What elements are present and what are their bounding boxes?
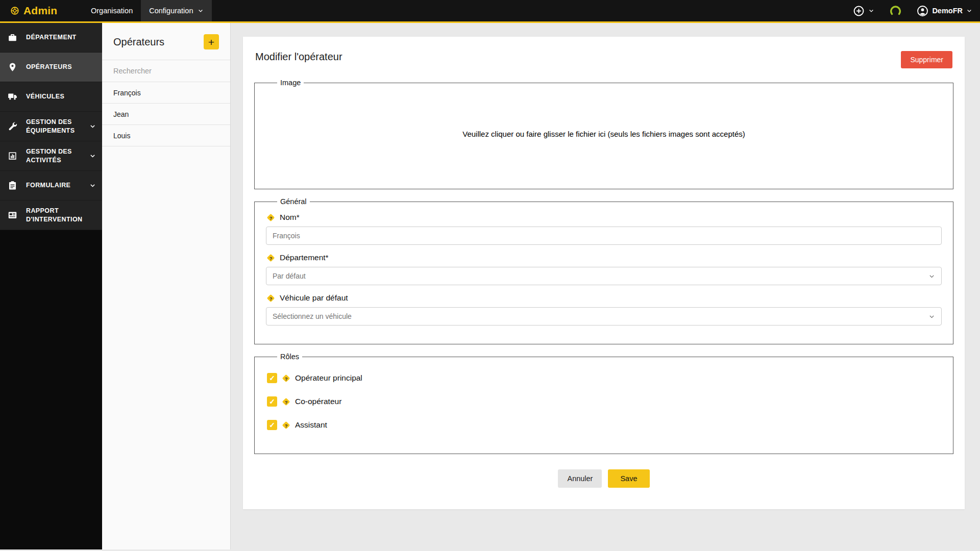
user-circle-icon <box>917 5 928 17</box>
search-input[interactable] <box>113 67 219 75</box>
card-header: Modifier l'opérateur Supprimer <box>254 51 953 68</box>
delete-button[interactable]: Supprimer <box>901 51 952 68</box>
bar-chart-icon <box>8 151 20 161</box>
sidebar-item-label: Rapport d'intervention <box>26 207 83 224</box>
operator-list: François Jean Louis <box>102 82 230 146</box>
chevron-down-icon <box>928 313 935 320</box>
plus-circle-icon <box>853 5 865 17</box>
field-vehicule: Véhicule par défaut Sélectionnez un véhi… <box>266 293 942 325</box>
ship-wheel-icon <box>10 6 19 15</box>
help-icon[interactable] <box>267 294 275 302</box>
chevron-down-icon <box>928 273 935 280</box>
clipboard-icon <box>8 181 20 190</box>
field-label-vehicule: Véhicule par défaut <box>280 293 348 303</box>
general-section: Général Nom* Département* Par défaut <box>254 197 953 344</box>
user-menu[interactable]: DemoFR <box>909 0 980 21</box>
role-label: Assistant <box>295 420 327 430</box>
save-button[interactable]: Save <box>608 469 649 488</box>
dropzone-text: Veuillez cliquer ou faire glisser le fic… <box>462 130 745 138</box>
menu-organisation[interactable]: Organisation <box>83 0 141 21</box>
select-value: Sélectionnez un véhicule <box>273 312 352 320</box>
departement-select[interactable]: Par défaut <box>266 267 942 285</box>
chevron-down-icon <box>966 8 972 14</box>
sidebar-item-label: Gestion des activités <box>26 147 83 165</box>
map-pin-icon <box>8 62 20 72</box>
topbar: Admin Organisation Configuration DemoFR <box>0 0 980 23</box>
help-icon[interactable] <box>282 421 290 429</box>
role-checkbox[interactable] <box>267 420 277 430</box>
topbar-right: DemoFR <box>845 0 980 21</box>
role-label: Co-opérateur <box>295 397 341 406</box>
panel-header: Opérateurs + <box>102 23 230 60</box>
sidebar-item-vehicules[interactable]: Véhicules <box>0 82 102 112</box>
search-bar <box>102 60 230 82</box>
general-section-legend: Général <box>277 197 310 206</box>
role-row-assistant: Assistant <box>267 420 941 430</box>
quick-add-menu[interactable] <box>845 0 882 21</box>
help-icon[interactable] <box>267 213 275 221</box>
sidebar: Département Opérateurs Véhicules Gestion… <box>0 23 102 549</box>
image-section-legend: Image <box>277 79 304 87</box>
field-nom: Nom* <box>266 213 942 245</box>
select-value: Par défaut <box>273 272 306 280</box>
role-row-operateur-principal: Opérateur principal <box>267 373 941 383</box>
report-icon <box>8 210 20 220</box>
user-name: DemoFR <box>932 7 963 15</box>
sidebar-item-gestion-activites[interactable]: Gestion des activités <box>0 141 102 171</box>
chevron-down-icon <box>868 8 874 14</box>
form-actions: Annuler Save <box>254 469 953 488</box>
add-operator-button[interactable]: + <box>204 34 219 49</box>
vehicule-select[interactable]: Sélectionnez un véhicule <box>266 307 942 325</box>
sidebar-item-label: Formulaire <box>26 181 70 190</box>
role-checkbox[interactable] <box>267 396 277 407</box>
sidebar-item-formulaire[interactable]: Formulaire <box>0 171 102 201</box>
wrench-icon <box>8 121 20 131</box>
role-checkbox[interactable] <box>267 373 277 383</box>
roles-section-legend: Rôles <box>277 353 302 361</box>
roles-section: Rôles Opérateur principal Co-opérateur A… <box>254 353 953 454</box>
help-icon[interactable] <box>282 397 290 406</box>
logo-text: Admin <box>23 5 57 17</box>
app-logo[interactable]: Admin <box>0 0 83 21</box>
cancel-button[interactable]: Annuler <box>558 469 602 488</box>
gauge-arc-icon <box>890 5 901 17</box>
panel-title: Opérateurs <box>113 36 164 48</box>
chevron-down-icon <box>89 153 96 159</box>
layout: Département Opérateurs Véhicules Gestion… <box>0 23 980 549</box>
truck-icon <box>8 92 20 102</box>
help-icon[interactable] <box>267 254 275 262</box>
nom-input[interactable] <box>266 227 942 245</box>
file-dropzone[interactable]: Veuillez cliquer ou faire glisser le fic… <box>265 89 943 179</box>
menu-configuration[interactable]: Configuration <box>141 0 212 21</box>
image-section: Image Veuillez cliquer ou faire glisser … <box>254 79 953 189</box>
main-content: Modifier l'opérateur Supprimer Image Veu… <box>231 23 980 549</box>
field-label-row: Véhicule par défaut <box>266 293 942 303</box>
field-label-row: Nom* <box>266 213 942 222</box>
operator-list-item[interactable]: Jean <box>102 104 230 125</box>
chevron-down-icon <box>198 8 204 14</box>
field-departement: Département* Par défaut <box>266 253 942 285</box>
role-label: Opérateur principal <box>295 373 362 383</box>
chevron-down-icon <box>89 123 96 130</box>
sidebar-item-departement[interactable]: Département <box>0 23 102 53</box>
sidebar-item-operateurs[interactable]: Opérateurs <box>0 53 102 82</box>
operators-panel: Opérateurs + François Jean Louis <box>102 23 231 549</box>
sidebar-item-label: Département <box>26 33 77 42</box>
chevron-down-icon <box>89 182 96 189</box>
field-label-nom: Nom* <box>280 213 300 222</box>
sidebar-item-label: Gestion des équipements <box>26 118 83 135</box>
field-label-row: Département* <box>266 253 942 262</box>
sidebar-item-rapport-intervention[interactable]: Rapport d'intervention <box>0 201 102 230</box>
sidebar-item-gestion-equipements[interactable]: Gestion des équipements <box>0 112 102 141</box>
page-title: Modifier l'opérateur <box>255 51 342 63</box>
gauge-indicator[interactable] <box>882 0 909 21</box>
operator-list-item[interactable]: Louis <box>102 125 230 146</box>
operator-list-item[interactable]: François <box>102 82 230 104</box>
edit-operator-card: Modifier l'opérateur Supprimer Image Veu… <box>243 37 965 509</box>
sidebar-item-label: Opérateurs <box>26 63 72 71</box>
help-icon[interactable] <box>282 374 290 382</box>
briefcase-icon <box>8 33 20 42</box>
field-label-departement: Département* <box>280 253 329 262</box>
sidebar-item-label: Véhicules <box>26 92 64 101</box>
menu-configuration-label: Configuration <box>149 7 193 15</box>
